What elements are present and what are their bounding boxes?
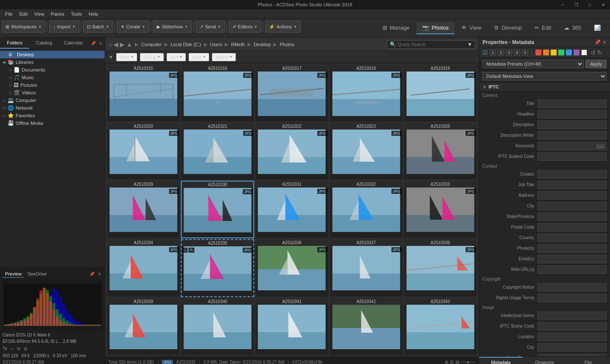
- menu-view[interactable]: View: [31, 11, 48, 17]
- iptc-value-iptc-scene[interactable]: [538, 322, 607, 331]
- color-blue-dot[interactable]: [566, 50, 572, 55]
- photo-cell-A2510334[interactable]: A2510334 JPG: [107, 239, 180, 297]
- iptc-input-rights-usage[interactable]: [540, 296, 604, 301]
- tab-preview[interactable]: Preview: [3, 270, 24, 278]
- iptc-input-job-title[interactable]: [540, 183, 604, 188]
- tab-catalog[interactable]: Catalog: [29, 38, 58, 49]
- maximize-button[interactable]: □: [583, 0, 596, 9]
- tab-organize[interactable]: Organize: [523, 357, 566, 364]
- iptc-value-address[interactable]: [538, 191, 607, 200]
- tree-item-favorites[interactable]: ▷ ⭐ Favorites: [0, 112, 105, 119]
- photo-cell-A2510332[interactable]: A2510332 JPG: [330, 181, 403, 239]
- iptc-value-image-city[interactable]: [538, 343, 607, 352]
- props-close-icon[interactable]: ✕: [602, 39, 607, 45]
- props-preset-select[interactable]: Metadata Presets (Ctrl+M): [482, 60, 584, 68]
- props-num-2[interactable]: 2: [498, 50, 504, 55]
- sidebar-close-icon[interactable]: ✕: [98, 40, 103, 47]
- close-button[interactable]: ✕: [596, 0, 610, 9]
- photo-cell-A2510342[interactable]: A2510342: [330, 298, 403, 355]
- photo-cell-A2510317[interactable]: A2510317 JPG: [255, 65, 328, 122]
- iptc-value-country[interactable]: [538, 234, 607, 242]
- rotate-ccw-icon[interactable]: ↺: [591, 49, 596, 56]
- iptc-input-intellectual-genre[interactable]: [540, 314, 604, 318]
- photo-cell-A2510339[interactable]: A2510339 ✓: [107, 298, 180, 355]
- tab-file[interactable]: File: [566, 357, 610, 364]
- iptc-input-phone[interactable]: [540, 246, 604, 251]
- path-photos[interactable]: Photos: [280, 42, 294, 47]
- iptc-input-iptc-scene[interactable]: [540, 324, 604, 329]
- menu-help[interactable]: Help: [85, 11, 102, 17]
- nav-home-icon[interactable]: ⌂: [108, 41, 112, 48]
- tree-item-videos[interactable]: ▷ 🎬 Videos: [0, 89, 105, 97]
- props-num-5[interactable]: 5: [522, 50, 528, 55]
- props-num-4[interactable]: 4: [514, 50, 520, 55]
- tab-365[interactable]: ☁ 365: [558, 22, 587, 34]
- iptc-value-description[interactable]: [538, 121, 607, 129]
- iptc-input-country[interactable]: [540, 236, 604, 240]
- expand-videos-icon[interactable]: ▷: [8, 91, 14, 95]
- photo-cell-A2510337[interactable]: A2510337 JPG: [330, 239, 403, 297]
- group-button[interactable]: Group ▼: [140, 53, 164, 61]
- iptc-value-email[interactable]: [538, 255, 607, 263]
- iptc-value-subject-code[interactable]: [538, 152, 607, 161]
- photo-cell-A2510335[interactable]: A2510335 JPG □ ✎: [181, 239, 254, 297]
- detail-view-icon[interactable]: ▤: [455, 360, 459, 364]
- tree-item-network[interactable]: ▷ 🌐 Network: [0, 104, 105, 112]
- photo-cell-A2510316[interactable]: A2510316 JPG: [181, 65, 254, 122]
- path-users[interactable]: Users: [210, 42, 222, 47]
- list-view-icon[interactable]: ☰: [450, 360, 454, 364]
- photo-cell-A2510320[interactable]: A2510320 JPG: [107, 123, 180, 180]
- tab-calendar[interactable]: Calendar: [59, 38, 88, 49]
- menu-panes[interactable]: Panes: [47, 11, 67, 17]
- iptc-value-creator[interactable]: [538, 170, 607, 179]
- iptc-input-address[interactable]: [540, 193, 604, 198]
- iptc-value-title[interactable]: [538, 99, 607, 108]
- slideshow-button[interactable]: ▶ Slideshow ▼: [153, 21, 192, 33]
- iptc-value-copyright-notice[interactable]: [538, 283, 607, 292]
- minimize-button[interactable]: ─: [556, 0, 569, 9]
- iptc-value-city[interactable]: [538, 202, 607, 210]
- pin-icon[interactable]: 📌: [90, 40, 97, 47]
- iptc-input-description[interactable]: [540, 123, 604, 127]
- props-view-select[interactable]: Default Metadata View: [482, 72, 607, 80]
- iptc-input-city[interactable]: [540, 204, 604, 209]
- color-red-dot[interactable]: [535, 50, 541, 55]
- select-button[interactable]: Select ▼: [212, 53, 236, 61]
- props-pin-icon[interactable]: 📌: [594, 39, 601, 45]
- photo-cell-A2510343[interactable]: A2510343: [404, 298, 477, 355]
- iptc-input-postal[interactable]: [540, 225, 604, 230]
- tab-folders[interactable]: Folders: [0, 38, 29, 49]
- tab-photos[interactable]: 📷 Photos: [416, 22, 455, 34]
- tab-stats[interactable]: 📊: [588, 22, 607, 34]
- props-num-3[interactable]: 3: [506, 50, 512, 55]
- iptc-header[interactable]: ▼ IPTC: [479, 83, 610, 91]
- tree-item-libraries[interactable]: ▶ 📚 Libraries: [0, 58, 105, 66]
- send-button[interactable]: ↗ Send ▼: [196, 21, 225, 33]
- tree-item-pictures[interactable]: ▷ 🖼 Pictures: [0, 81, 105, 89]
- iptc-input-image-city[interactable]: [540, 345, 604, 350]
- expand-favorites-icon[interactable]: ▷: [2, 113, 8, 118]
- color-orange-dot[interactable]: [543, 50, 549, 55]
- photo-cell-A2510315[interactable]: A2510315 JPG: [107, 65, 180, 122]
- photo-cell-A2510333[interactable]: A2510333 JPG: [404, 181, 477, 239]
- iptc-input-headline[interactable]: [540, 112, 604, 117]
- tree-item-offline[interactable]: 💾 Offline Media: [0, 119, 105, 127]
- tree-item-music[interactable]: ▷ 🎵 Music: [0, 74, 105, 81]
- iptc-value-headline[interactable]: [538, 110, 607, 119]
- workspaces-button[interactable]: ⊞ Workspaces ▼: [2, 21, 45, 33]
- nav-forward-icon[interactable]: ▶: [120, 41, 125, 48]
- expand-documents-icon[interactable]: ▷: [8, 68, 14, 72]
- keywords-more-button[interactable]: …: [596, 144, 604, 149]
- iptc-value-location[interactable]: [538, 333, 607, 341]
- photo-cell-A2510322[interactable]: A2510322 JPG: [255, 123, 328, 180]
- menu-edit[interactable]: Edit: [16, 11, 31, 17]
- color-yellow-dot[interactable]: [551, 50, 557, 55]
- iptc-value-keywords[interactable]: …: [538, 142, 607, 150]
- tab-develop[interactable]: ⚙ Develop: [488, 22, 528, 34]
- props-apply-button[interactable]: Apply: [585, 60, 607, 68]
- photo-cell-A2510340[interactable]: A2510340: [181, 298, 254, 355]
- photo-cell-A2510336[interactable]: A2510336 JPG: [255, 239, 328, 297]
- photo-cell-A2510341[interactable]: A2510341: [255, 298, 328, 355]
- tab-edit[interactable]: ✏ Edit: [529, 22, 557, 34]
- color-white-dot[interactable]: [581, 50, 587, 55]
